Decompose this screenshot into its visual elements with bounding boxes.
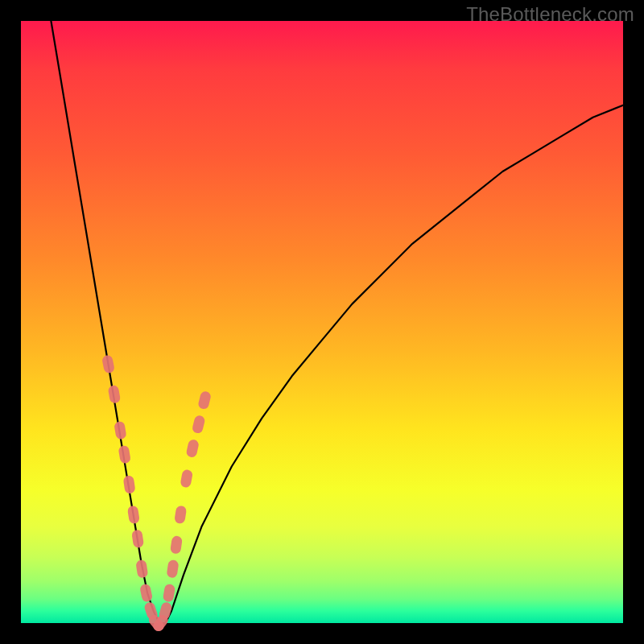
svg-rect-8	[139, 583, 153, 602]
svg-rect-17	[180, 469, 193, 489]
svg-rect-19	[192, 415, 206, 434]
svg-rect-20	[197, 390, 212, 410]
watermark-text: TheBottleneck.com	[466, 3, 634, 26]
svg-rect-4	[123, 475, 136, 494]
svg-rect-14	[166, 559, 179, 579]
svg-rect-6	[131, 529, 144, 548]
curve-svg	[21, 21, 623, 623]
svg-rect-3	[118, 445, 130, 464]
svg-rect-1	[108, 385, 122, 404]
chart-frame: TheBottleneck.com	[0, 0, 644, 644]
svg-rect-2	[114, 421, 126, 440]
svg-rect-0	[101, 354, 115, 374]
svg-rect-15	[170, 535, 183, 555]
svg-rect-7	[135, 559, 148, 579]
svg-rect-16	[174, 506, 187, 525]
svg-rect-13	[163, 584, 176, 603]
svg-rect-5	[127, 506, 140, 525]
svg-rect-18	[185, 439, 199, 458]
highlight-markers	[101, 354, 212, 633]
plot-area	[21, 21, 623, 623]
